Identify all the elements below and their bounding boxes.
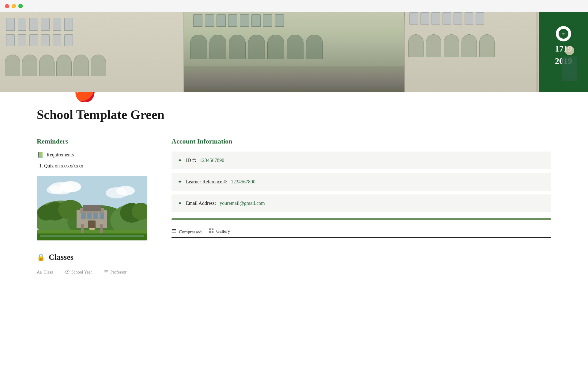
classes-section: 🔒 Classes Aa Class School Year bbox=[0, 253, 588, 278]
col-professor: Professor bbox=[104, 270, 126, 275]
book-icon: 📗 bbox=[37, 151, 43, 158]
banner-right: W 1719 2019 bbox=[405, 0, 588, 92]
banner-left bbox=[0, 0, 184, 92]
right-column: Account Information ✦ ID #: 1234567890 ✦… bbox=[172, 137, 551, 240]
svg-point-32 bbox=[100, 221, 103, 224]
id-value[interactable]: 1234567890 bbox=[200, 158, 224, 163]
svg-point-7 bbox=[116, 186, 135, 196]
page-title: School Template Green bbox=[37, 107, 588, 122]
col-school-year: School Year bbox=[65, 270, 92, 275]
email-label: Email Address: bbox=[186, 201, 216, 206]
professor-col-icon bbox=[104, 270, 108, 275]
svg-rect-43 bbox=[104, 272, 108, 272]
email-card: ✦ Email Address: youremail@gmail.com bbox=[172, 194, 551, 212]
banner-center: DE LA SALLE bbox=[184, 0, 405, 92]
svg-rect-36 bbox=[209, 228, 211, 230]
school-year-col-label: School Year bbox=[71, 270, 92, 275]
learner-ref-value[interactable]: 1234567890 bbox=[231, 179, 255, 185]
minimize-button[interactable] bbox=[12, 4, 16, 8]
svg-rect-17 bbox=[81, 213, 86, 219]
professor-col-label: Professor bbox=[110, 270, 126, 275]
school-year-col-icon bbox=[65, 270, 70, 275]
ordered-reminders: Quiz on xx/xx/xxxx bbox=[44, 163, 153, 169]
reminder-requirements-label: Requirements bbox=[47, 152, 74, 158]
star-icon-email: ✦ bbox=[178, 200, 182, 207]
svg-rect-19 bbox=[93, 213, 98, 219]
svg-rect-20 bbox=[100, 213, 104, 219]
reminders-list: 📗 Requirements bbox=[37, 151, 153, 158]
svg-rect-44 bbox=[104, 273, 108, 273]
id-card: ✦ ID #: 1234567890 bbox=[172, 151, 551, 169]
maximize-button[interactable] bbox=[18, 4, 23, 8]
gallery-icon bbox=[209, 228, 214, 234]
svg-rect-34 bbox=[172, 231, 176, 231]
svg-rect-29 bbox=[81, 224, 84, 233]
svg-point-13 bbox=[37, 205, 55, 220]
content-area: Reminders 📗 Requirements Quiz on xx/xx/x… bbox=[0, 137, 588, 240]
learner-ref-label: Learner Reference #: bbox=[186, 179, 227, 185]
ordered-reminder-1: Quiz on xx/xx/xxxx bbox=[44, 163, 153, 169]
svg-rect-37 bbox=[212, 228, 213, 230]
class-col-label: Class bbox=[43, 270, 53, 275]
section-divider bbox=[172, 218, 551, 220]
svg-text:W: W bbox=[562, 33, 565, 36]
svg-point-41 bbox=[67, 271, 68, 272]
tab-compressed[interactable]: Compressed bbox=[172, 226, 206, 238]
left-column: Reminders 📗 Requirements Quiz on xx/xx/x… bbox=[37, 137, 153, 240]
table-columns: Aa Class School Year Professor bbox=[37, 267, 551, 278]
close-button[interactable] bbox=[5, 4, 9, 8]
tab-gallery[interactable]: Gallery bbox=[209, 226, 235, 236]
title-bar bbox=[0, 0, 588, 12]
school-illustration bbox=[37, 176, 147, 240]
classes-title: Classes bbox=[49, 253, 74, 262]
compressed-icon bbox=[172, 229, 176, 235]
svg-rect-18 bbox=[87, 213, 92, 219]
banner: DE LA SALLE bbox=[0, 0, 588, 92]
tab-compressed-label: Compressed bbox=[179, 229, 202, 235]
col-class: Aa Class bbox=[37, 270, 53, 275]
svg-rect-38 bbox=[209, 231, 211, 233]
tab-gallery-label: Gallery bbox=[216, 229, 230, 234]
svg-rect-35 bbox=[172, 232, 176, 232]
svg-rect-42 bbox=[104, 270, 108, 271]
svg-rect-30 bbox=[100, 224, 103, 233]
id-label: ID #: bbox=[186, 158, 196, 163]
star-icon-learner: ✦ bbox=[178, 178, 182, 185]
green-anniversary-banner: W 1719 2019 bbox=[539, 0, 588, 92]
lock-icon: 🔒 bbox=[37, 253, 45, 261]
class-col-icon: Aa bbox=[37, 270, 42, 275]
reminders-heading: Reminders bbox=[37, 137, 153, 145]
svg-point-31 bbox=[81, 221, 84, 224]
account-heading: Account Information bbox=[172, 137, 551, 145]
database-tabs: Compressed Gallery bbox=[172, 226, 551, 238]
star-icon-id: ✦ bbox=[178, 157, 182, 164]
email-value[interactable]: youremail@gmail.com bbox=[220, 201, 265, 206]
svg-point-5 bbox=[47, 186, 64, 194]
learner-ref-card: ✦ Learner Reference #: 1234567890 bbox=[172, 173, 551, 191]
classes-header: 🔒 Classes bbox=[37, 253, 551, 262]
reminder-item-requirements: 📗 Requirements bbox=[37, 151, 153, 158]
svg-rect-33 bbox=[172, 229, 176, 230]
svg-rect-39 bbox=[212, 231, 213, 233]
svg-rect-21 bbox=[88, 220, 96, 228]
svg-rect-26 bbox=[40, 235, 144, 237]
svg-rect-16 bbox=[83, 205, 101, 211]
